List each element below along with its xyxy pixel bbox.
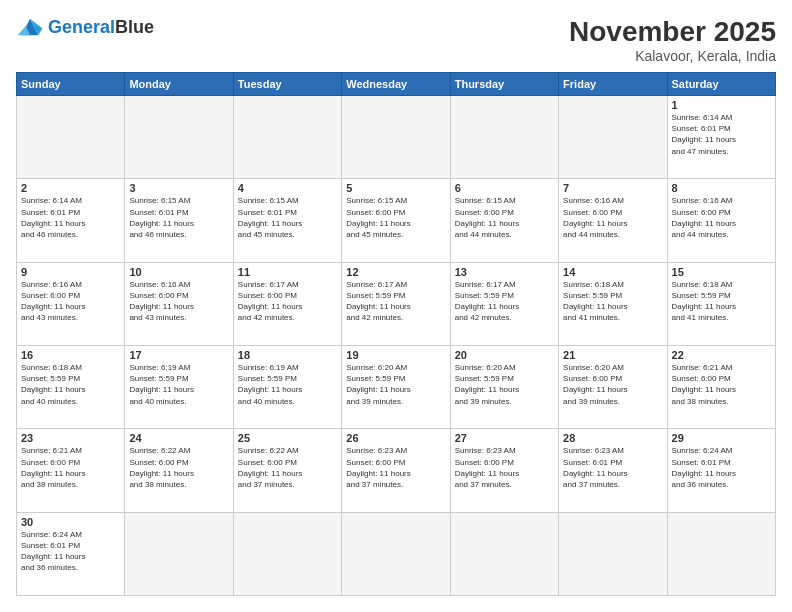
calendar-cell: 23Sunrise: 6:21 AM Sunset: 6:00 PM Dayli… [17,429,125,512]
calendar-cell: 3Sunrise: 6:15 AM Sunset: 6:01 PM Daylig… [125,179,233,262]
day-info: Sunrise: 6:16 AM Sunset: 6:00 PM Dayligh… [672,195,771,240]
logo-text: GeneralBlue [48,17,154,38]
date-number: 1 [672,99,771,111]
day-info: Sunrise: 6:23 AM Sunset: 6:01 PM Dayligh… [563,445,662,490]
day-info: Sunrise: 6:18 AM Sunset: 5:59 PM Dayligh… [563,279,662,324]
calendar-cell: 11Sunrise: 6:17 AM Sunset: 6:00 PM Dayli… [233,262,341,345]
col-friday: Friday [559,73,667,96]
col-wednesday: Wednesday [342,73,450,96]
calendar-cell: 19Sunrise: 6:20 AM Sunset: 5:59 PM Dayli… [342,345,450,428]
day-info: Sunrise: 6:17 AM Sunset: 5:59 PM Dayligh… [455,279,554,324]
day-info: Sunrise: 6:19 AM Sunset: 5:59 PM Dayligh… [129,362,228,407]
calendar-cell: 22Sunrise: 6:21 AM Sunset: 6:00 PM Dayli… [667,345,775,428]
day-info: Sunrise: 6:17 AM Sunset: 5:59 PM Dayligh… [346,279,445,324]
date-number: 17 [129,349,228,361]
calendar-cell [342,512,450,595]
date-number: 22 [672,349,771,361]
date-number: 23 [21,432,120,444]
date-number: 2 [21,182,120,194]
calendar-row-1: 1Sunrise: 6:14 AM Sunset: 6:01 PM Daylig… [17,96,776,179]
date-number: 30 [21,516,120,528]
day-info: Sunrise: 6:14 AM Sunset: 6:01 PM Dayligh… [21,195,120,240]
calendar-cell [17,96,125,179]
calendar-header: Sunday Monday Tuesday Wednesday Thursday… [17,73,776,96]
calendar-cell: 29Sunrise: 6:24 AM Sunset: 6:01 PM Dayli… [667,429,775,512]
day-info: Sunrise: 6:20 AM Sunset: 5:59 PM Dayligh… [346,362,445,407]
calendar-row-4: 16Sunrise: 6:18 AM Sunset: 5:59 PM Dayli… [17,345,776,428]
date-number: 13 [455,266,554,278]
calendar-table: Sunday Monday Tuesday Wednesday Thursday… [16,72,776,596]
col-sunday: Sunday [17,73,125,96]
calendar-cell: 15Sunrise: 6:18 AM Sunset: 5:59 PM Dayli… [667,262,775,345]
calendar-cell [233,512,341,595]
calendar-cell: 26Sunrise: 6:23 AM Sunset: 6:00 PM Dayli… [342,429,450,512]
calendar-cell: 5Sunrise: 6:15 AM Sunset: 6:00 PM Daylig… [342,179,450,262]
day-info: Sunrise: 6:15 AM Sunset: 6:00 PM Dayligh… [455,195,554,240]
day-info: Sunrise: 6:23 AM Sunset: 6:00 PM Dayligh… [455,445,554,490]
calendar-cell: 27Sunrise: 6:23 AM Sunset: 6:00 PM Dayli… [450,429,558,512]
day-info: Sunrise: 6:17 AM Sunset: 6:00 PM Dayligh… [238,279,337,324]
calendar-cell: 2Sunrise: 6:14 AM Sunset: 6:01 PM Daylig… [17,179,125,262]
calendar-row-5: 23Sunrise: 6:21 AM Sunset: 6:00 PM Dayli… [17,429,776,512]
day-info: Sunrise: 6:16 AM Sunset: 6:00 PM Dayligh… [563,195,662,240]
day-info: Sunrise: 6:21 AM Sunset: 6:00 PM Dayligh… [21,445,120,490]
day-info: Sunrise: 6:24 AM Sunset: 6:01 PM Dayligh… [21,529,120,574]
day-info: Sunrise: 6:19 AM Sunset: 5:59 PM Dayligh… [238,362,337,407]
date-number: 6 [455,182,554,194]
page: GeneralBlue November 2025 Kalavoor, Kera… [0,0,792,612]
date-number: 11 [238,266,337,278]
calendar-cell: 12Sunrise: 6:17 AM Sunset: 5:59 PM Dayli… [342,262,450,345]
calendar-cell [342,96,450,179]
day-info: Sunrise: 6:14 AM Sunset: 6:01 PM Dayligh… [672,112,771,157]
calendar-cell: 20Sunrise: 6:20 AM Sunset: 5:59 PM Dayli… [450,345,558,428]
subtitle: Kalavoor, Kerala, India [569,48,776,64]
calendar-cell: 7Sunrise: 6:16 AM Sunset: 6:00 PM Daylig… [559,179,667,262]
day-info: Sunrise: 6:16 AM Sunset: 6:00 PM Dayligh… [129,279,228,324]
calendar-cell [233,96,341,179]
calendar-cell: 8Sunrise: 6:16 AM Sunset: 6:00 PM Daylig… [667,179,775,262]
day-info: Sunrise: 6:15 AM Sunset: 6:00 PM Dayligh… [346,195,445,240]
calendar-cell [559,96,667,179]
day-info: Sunrise: 6:22 AM Sunset: 6:00 PM Dayligh… [129,445,228,490]
date-number: 15 [672,266,771,278]
col-tuesday: Tuesday [233,73,341,96]
calendar-cell: 17Sunrise: 6:19 AM Sunset: 5:59 PM Dayli… [125,345,233,428]
day-info: Sunrise: 6:15 AM Sunset: 6:01 PM Dayligh… [238,195,337,240]
day-info: Sunrise: 6:23 AM Sunset: 6:00 PM Dayligh… [346,445,445,490]
calendar-cell: 18Sunrise: 6:19 AM Sunset: 5:59 PM Dayli… [233,345,341,428]
title-block: November 2025 Kalavoor, Kerala, India [569,16,776,64]
calendar-row-6: 30Sunrise: 6:24 AM Sunset: 6:01 PM Dayli… [17,512,776,595]
calendar-cell [667,512,775,595]
day-info: Sunrise: 6:20 AM Sunset: 6:00 PM Dayligh… [563,362,662,407]
calendar-cell: 14Sunrise: 6:18 AM Sunset: 5:59 PM Dayli… [559,262,667,345]
calendar-cell: 4Sunrise: 6:15 AM Sunset: 6:01 PM Daylig… [233,179,341,262]
header-row: Sunday Monday Tuesday Wednesday Thursday… [17,73,776,96]
calendar-cell: 24Sunrise: 6:22 AM Sunset: 6:00 PM Dayli… [125,429,233,512]
date-number: 14 [563,266,662,278]
day-info: Sunrise: 6:22 AM Sunset: 6:00 PM Dayligh… [238,445,337,490]
logo-icon [16,16,44,38]
col-thursday: Thursday [450,73,558,96]
day-info: Sunrise: 6:21 AM Sunset: 6:00 PM Dayligh… [672,362,771,407]
date-number: 7 [563,182,662,194]
calendar-cell [450,512,558,595]
date-number: 26 [346,432,445,444]
date-number: 16 [21,349,120,361]
date-number: 27 [455,432,554,444]
date-number: 29 [672,432,771,444]
day-info: Sunrise: 6:20 AM Sunset: 5:59 PM Dayligh… [455,362,554,407]
calendar-cell [125,512,233,595]
date-number: 18 [238,349,337,361]
calendar-cell [125,96,233,179]
date-number: 20 [455,349,554,361]
calendar-cell: 16Sunrise: 6:18 AM Sunset: 5:59 PM Dayli… [17,345,125,428]
col-saturday: Saturday [667,73,775,96]
day-info: Sunrise: 6:15 AM Sunset: 6:01 PM Dayligh… [129,195,228,240]
calendar-row-3: 9Sunrise: 6:16 AM Sunset: 6:00 PM Daylig… [17,262,776,345]
calendar-body: 1Sunrise: 6:14 AM Sunset: 6:01 PM Daylig… [17,96,776,596]
calendar-cell: 13Sunrise: 6:17 AM Sunset: 5:59 PM Dayli… [450,262,558,345]
date-number: 28 [563,432,662,444]
calendar-cell: 10Sunrise: 6:16 AM Sunset: 6:00 PM Dayli… [125,262,233,345]
calendar-cell [559,512,667,595]
date-number: 5 [346,182,445,194]
